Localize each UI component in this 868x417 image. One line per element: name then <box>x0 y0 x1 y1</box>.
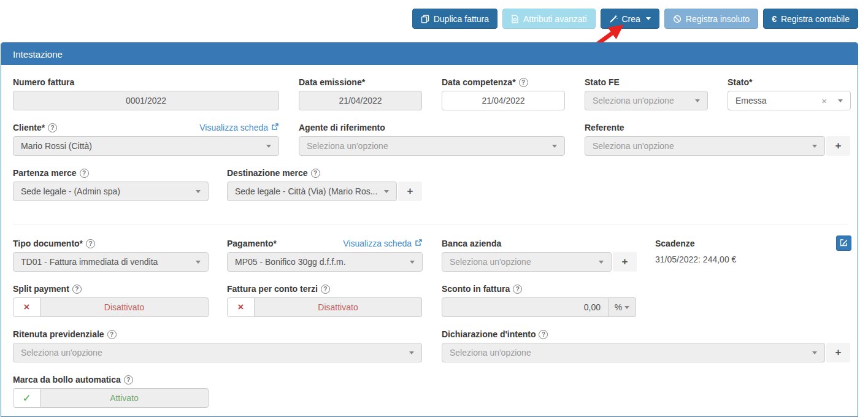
field-agente: Agente di riferimento Seleziona un'opzio… <box>299 122 565 156</box>
button-label: Registra insoluto <box>686 14 750 24</box>
field-pagamento: Pagamento* Visualizza scheda MP05 - Boni… <box>227 238 423 272</box>
dichiarazione-select[interactable]: Seleziona un'opzione <box>442 343 825 362</box>
unit-label: % <box>615 302 622 312</box>
field-label: Tipo documento* <box>13 239 83 248</box>
plus-icon: + <box>622 256 628 268</box>
field-label: Sconto in fattura <box>442 284 510 294</box>
field-fattura-conto-terzi: Fattura per conto terzi? × Disattivato <box>227 283 422 317</box>
field-data-emissione: Data emissione* <box>299 77 422 110</box>
sconto-input[interactable] <box>442 297 609 317</box>
field-label: Stato FE <box>585 77 620 87</box>
referente-select[interactable]: Seleziona un'opzione <box>585 136 825 156</box>
field-referente: Referente Seleziona un'opzione + <box>585 122 850 156</box>
chevron-down-icon <box>409 351 414 354</box>
pencil-square-icon <box>840 238 848 248</box>
field-label: Agente di riferimento <box>299 123 385 132</box>
x-mark-icon: × <box>13 297 40 317</box>
visualizza-scheda-pagamento-link[interactable]: Visualizza scheda <box>343 239 423 248</box>
add-dichiarazione-button[interactable]: + <box>826 343 850 362</box>
registra-insoluto-button[interactable]: Registra insoluto <box>664 9 758 29</box>
field-split-payment: Split payment? × Disattivato <box>13 283 209 317</box>
button-label: Duplica fattura <box>434 14 489 24</box>
help-icon[interactable]: ? <box>321 285 330 294</box>
stato-select[interactable]: Emessa × <box>728 91 851 110</box>
help-icon[interactable]: ? <box>124 375 133 384</box>
split-payment-toggle[interactable]: × Disattivato <box>13 297 209 317</box>
help-icon[interactable]: ? <box>513 285 522 294</box>
cliente-select[interactable]: Mario Rossi (Città) <box>13 136 279 156</box>
help-icon[interactable]: ? <box>80 169 89 178</box>
field-tipo-documento: Tipo documento*? TD01 - Fattura immediat… <box>13 238 209 272</box>
duplicate-icon <box>421 15 429 23</box>
partenza-merce-select[interactable]: Sede legale - (Admin spa) <box>13 182 209 201</box>
registra-contabile-button[interactable]: € Registra contabile <box>763 9 858 29</box>
x-mark-icon: × <box>227 297 255 317</box>
field-label: Data competenza* <box>442 77 516 87</box>
help-icon[interactable]: ? <box>86 239 95 248</box>
field-label: Scadenze <box>655 239 695 248</box>
stato-fe-select[interactable]: Seleziona un'opzione <box>585 91 708 110</box>
euro-icon: € <box>772 14 777 24</box>
field-label: Marca da bollo automatica <box>13 375 121 384</box>
add-destinazione-button[interactable]: + <box>398 182 422 201</box>
help-icon[interactable]: ? <box>519 78 528 87</box>
help-icon[interactable]: ? <box>72 285 82 294</box>
field-destinazione-merce: Destinazione merce? Sede legale - Città … <box>227 167 422 201</box>
field-stato-fe: Stato FE Seleziona un'opzione <box>585 77 708 110</box>
button-label: Registra contabile <box>781 14 850 24</box>
field-stato: Stato* Emessa × <box>728 77 851 110</box>
help-icon[interactable]: ? <box>48 123 57 132</box>
chevron-down-icon <box>552 145 557 148</box>
field-label: Numero fattura <box>13 77 74 87</box>
field-label: Destinazione merce <box>227 168 308 178</box>
crea-button[interactable]: Crea <box>601 9 659 29</box>
help-icon[interactable]: ? <box>311 169 320 178</box>
numero-fattura-input[interactable] <box>13 91 279 110</box>
field-label: Stato* <box>728 77 752 87</box>
data-competenza-input[interactable] <box>442 91 565 110</box>
edit-scadenze-button[interactable] <box>836 235 851 251</box>
toggle-state-label: Disattivato <box>40 297 209 317</box>
attributi-avanzati-button[interactable]: Attributi avanzati <box>502 9 596 29</box>
chevron-down-icon <box>812 351 817 354</box>
field-partenza-merce: Partenza merce? Sede legale - (Admin spa… <box>13 167 209 201</box>
data-emissione-input[interactable] <box>299 91 422 110</box>
help-icon[interactable]: ? <box>107 330 117 339</box>
field-marca-da-bollo: Marca da bollo automatica? ✓ Attivato <box>13 374 209 408</box>
add-banca-button[interactable]: + <box>613 252 637 272</box>
intestazione-panel: Intestazione Numero fattura Data emissio… <box>1 42 858 417</box>
chevron-down-icon <box>266 145 271 148</box>
banca-azienda-select[interactable]: Seleziona un'opzione <box>442 252 612 272</box>
field-sconto-in-fattura: Sconto in fattura? % <box>442 283 636 317</box>
check-icon: ✓ <box>13 388 40 408</box>
duplica-fattura-button[interactable]: Duplica fattura <box>412 9 497 29</box>
field-label: Data emissione* <box>299 77 365 87</box>
agente-select[interactable]: Seleziona un'opzione <box>299 136 565 156</box>
field-data-competenza: Data competenza*? <box>442 77 565 110</box>
tipo-documento-select[interactable]: TD01 - Fattura immediata di vendita <box>13 252 209 272</box>
toggle-state-label: Disattivato <box>255 297 422 317</box>
file-attributes-icon <box>511 15 519 23</box>
field-ritenuta-previdenziale: Ritenuta previdenziale? Seleziona un'opz… <box>13 329 422 362</box>
marca-da-bollo-toggle[interactable]: ✓ Attivato <box>13 388 209 408</box>
add-referente-button[interactable]: + <box>826 136 850 156</box>
visualizza-scheda-cliente-link[interactable]: Visualizza scheda <box>199 123 279 132</box>
field-label: Split payment <box>13 284 69 294</box>
clear-icon[interactable]: × <box>821 96 827 106</box>
scadenze-value: 31/05/2022: 244,00 € <box>655 254 827 264</box>
chevron-down-icon <box>384 190 389 193</box>
chevron-down-icon <box>624 306 629 309</box>
fattura-conto-terzi-toggle[interactable]: × Disattivato <box>227 297 422 317</box>
panel-title: Intestazione <box>1 43 858 65</box>
external-link-icon <box>271 123 279 132</box>
sconto-unit-select[interactable]: % <box>609 297 636 317</box>
invoice-editor-page: Duplica fattura Attributi avanzati Crea … <box>0 0 868 417</box>
pagamento-select[interactable]: MP05 - Bonifico 30gg d.f.f.m. <box>227 252 423 272</box>
destinazione-merce-select[interactable]: Sede legale - Città (Via) (Mario Ros... <box>227 182 397 201</box>
ritenuta-select[interactable]: Seleziona un'opzione <box>13 343 422 362</box>
plus-icon: + <box>835 346 842 359</box>
chevron-down-icon <box>812 145 817 148</box>
help-icon[interactable]: ? <box>539 330 548 339</box>
field-label: Cliente* <box>13 123 45 132</box>
chevron-down-icon <box>695 99 700 102</box>
